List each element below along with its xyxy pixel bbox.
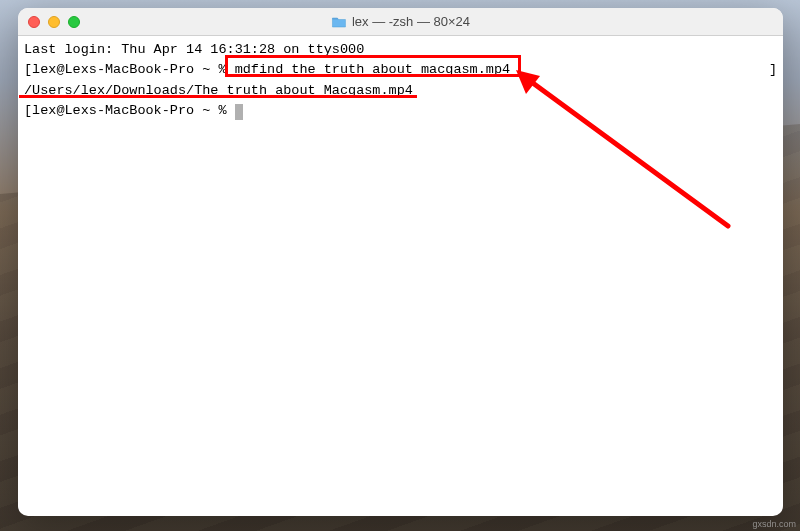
terminal-line-result: /Users/lex/Downloads/The truth about Mac… (24, 81, 777, 101)
window-title: lex — -zsh — 80×24 (331, 14, 470, 29)
terminal-content[interactable]: Last login: Thu Apr 14 16:31:28 on ttys0… (18, 36, 783, 516)
terminal-line-login: Last login: Thu Apr 14 16:31:28 on ttys0… (24, 40, 777, 60)
minimize-button[interactable] (48, 16, 60, 28)
terminal-line-prompt: [lex@Lexs-MacBook-Pro ~ % (24, 101, 777, 121)
terminal-window: lex — -zsh — 80×24 Last login: Thu Apr 1… (18, 8, 783, 516)
maximize-button[interactable] (68, 16, 80, 28)
cursor (235, 104, 243, 120)
terminal-line-command: [lex@Lexs-MacBook-Pro ~ % mdfind the tru… (24, 60, 777, 80)
close-button[interactable] (28, 16, 40, 28)
watermark: gxsdn.com (752, 519, 796, 529)
traffic-lights (28, 16, 80, 28)
folder-icon (331, 16, 346, 28)
window-title-text: lex — -zsh — 80×24 (352, 14, 470, 29)
window-titlebar[interactable]: lex — -zsh — 80×24 (18, 8, 783, 36)
